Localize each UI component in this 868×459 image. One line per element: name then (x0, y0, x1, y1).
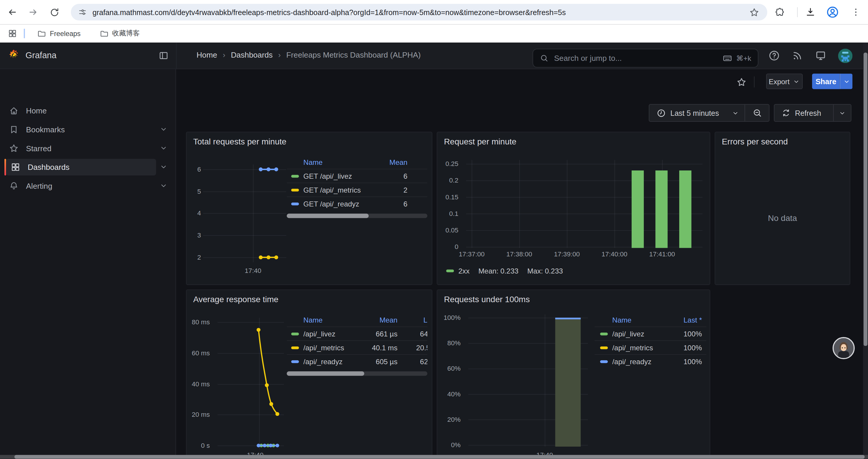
chevron-down-icon[interactable] (159, 182, 168, 190)
zoom-out-button[interactable] (745, 104, 769, 121)
time-range-picker[interactable]: Last 5 minutes (649, 104, 745, 121)
search-input[interactable]: Search or jump to... ⌘+k (533, 49, 758, 68)
area-top-line (555, 318, 581, 319)
extensions-icon[interactable] (772, 4, 787, 20)
chevron-down-icon[interactable] (159, 125, 168, 133)
series-name[interactable]: GET /api/_metrics (303, 186, 397, 194)
series-last: 646 µs (415, 330, 427, 338)
grafana-logo-icon[interactable] (8, 49, 20, 61)
panel-requests-under-100ms: Requests under 100ms 100% 80% 60% 40% 20… (437, 290, 710, 459)
apps-grid-icon[interactable] (8, 29, 17, 38)
back-icon[interactable] (4, 4, 20, 20)
legend-row[interactable]: /api/_livez 100% (594, 326, 706, 340)
legend-header-last[interactable]: Last * (415, 316, 427, 324)
user-avatar[interactable] (838, 49, 852, 63)
chevron-down-icon[interactable] (159, 163, 168, 171)
kiosk-monitor-icon[interactable] (815, 50, 826, 61)
panel-title[interactable]: Errors per second (722, 137, 788, 146)
assistant-avatar-illustration (834, 338, 854, 358)
panel-title[interactable]: Requests under 100ms (444, 294, 530, 304)
series-pill (291, 332, 299, 335)
url-text[interactable]: grafana.mathmast.com/d/deytv4rwavabkb/fr… (92, 8, 741, 16)
series-last: 100% (671, 357, 702, 365)
legend-scrollbar[interactable] (287, 214, 428, 218)
export-label: Export (769, 77, 789, 85)
series-max: Max: 0.233 (527, 267, 563, 275)
bar-2xx[interactable] (632, 170, 644, 248)
area-fill[interactable] (555, 318, 581, 447)
legend-row[interactable]: /api/_readyz 605 µs 620 µs (287, 354, 428, 368)
panel-title[interactable]: Request per minute (444, 137, 517, 146)
sidebar-item-dashboards[interactable]: Dashboards (6, 159, 156, 175)
horizontal-scrollbar-thumb[interactable] (14, 455, 865, 459)
export-button[interactable]: Export (766, 73, 803, 89)
no-data-message: No data (715, 213, 850, 222)
legend-row[interactable]: GET /api/_metrics 2 (287, 183, 428, 196)
keyboard-icon (722, 53, 733, 63)
legend-header-name[interactable]: Name (303, 316, 369, 324)
series-mean: 40.1 ms (369, 343, 397, 352)
legend-row[interactable]: /api/_metrics 100% (594, 340, 706, 354)
legend-row[interactable]: GET /api/_readyz 6 (287, 196, 428, 210)
refresh-interval-button[interactable] (833, 104, 851, 121)
site-settings-icon[interactable] (78, 8, 87, 17)
profile-icon[interactable] (825, 4, 840, 20)
brand-text[interactable]: Grafana (25, 51, 56, 61)
legend-series-2xx[interactable]: 2xx (446, 267, 469, 275)
legend-row[interactable]: /api/_readyz 100% (594, 354, 706, 368)
bookmarks-divider (24, 29, 25, 38)
chevron-down-icon[interactable] (159, 144, 168, 152)
y-tick: 20% (440, 416, 461, 423)
legend-header-name[interactable]: Name (303, 158, 376, 166)
share-button[interactable]: Share (812, 73, 840, 89)
legend-table: Name Mean Last * /api/_livez 661 µs 646 … (287, 314, 428, 368)
toolbar-divider (754, 76, 754, 88)
download-icon[interactable] (803, 4, 818, 20)
legend-row[interactable]: GET /api/_livez 6 (287, 169, 428, 183)
legend-header-mean[interactable]: Mean (369, 316, 397, 324)
legend-header-name[interactable]: Name (612, 316, 671, 324)
series-name[interactable]: /api/_metrics (612, 343, 671, 352)
reload-icon[interactable] (46, 4, 62, 20)
star-icon (9, 143, 19, 153)
sidebar-item-starred[interactable]: Starred (4, 140, 156, 157)
assistant-avatar[interactable] (833, 337, 855, 359)
series-name[interactable]: /api/_livez (612, 330, 671, 338)
toolbar-divider (797, 7, 798, 17)
series-name[interactable]: GET /api/_readyz (303, 199, 397, 208)
sidebar-item-home[interactable]: Home (4, 102, 156, 119)
bookmark-folder-blogs[interactable]: 收藏博客 (95, 27, 145, 40)
share-menu-button[interactable] (840, 73, 852, 89)
chevron-down-icon (839, 109, 846, 117)
panel-avg-response-time: Average response time 80 ms 60 ms 40 ms … (186, 290, 433, 459)
series-name[interactable]: /api/_livez (303, 330, 369, 338)
breadcrumb-home[interactable]: Home (196, 51, 217, 59)
url-bar[interactable]: grafana.mathmast.com/d/deytv4rwavabkb/fr… (71, 4, 767, 21)
help-icon[interactable] (769, 50, 780, 61)
bar-2xx[interactable] (679, 170, 691, 248)
legend-header-mean[interactable]: Mean (376, 158, 427, 166)
y-tick: 0.1 (442, 210, 458, 218)
series-name[interactable]: /api/_readyz (612, 357, 671, 365)
browser-menu-icon[interactable] (848, 4, 864, 20)
vertical-scrollbar-thumb[interactable] (864, 53, 867, 346)
sidebar-item-alerting[interactable]: Alerting (4, 177, 156, 194)
legend-scrollbar[interactable] (287, 371, 428, 376)
news-rss-icon[interactable] (792, 50, 803, 61)
series-name[interactable]: /api/_metrics (303, 343, 369, 352)
sidebar-item-bookmarks[interactable]: Bookmarks (4, 121, 156, 138)
series-name[interactable]: GET /api/_livez (303, 172, 397, 180)
forward-icon[interactable] (25, 4, 41, 20)
bar-2xx[interactable] (655, 170, 668, 248)
series-name[interactable]: /api/_readyz (303, 357, 369, 365)
refresh-button[interactable]: Refresh (774, 104, 833, 121)
bookmark-star-icon[interactable] (749, 7, 760, 18)
legend-row[interactable]: /api/_livez 661 µs 646 µs (287, 326, 428, 340)
legend-header-last[interactable]: Last * (671, 316, 702, 324)
breadcrumb-dashboards[interactable]: Dashboards (231, 51, 272, 59)
favorite-star-icon[interactable] (736, 77, 747, 88)
zoom-out-icon (752, 108, 762, 118)
legend-row[interactable]: /api/_metrics 40.1 ms 20.5 ms (287, 340, 428, 354)
bookmark-folder-freeleaps[interactable]: Freeleaps (33, 27, 85, 40)
sidebar-toggle-icon[interactable] (158, 51, 169, 61)
